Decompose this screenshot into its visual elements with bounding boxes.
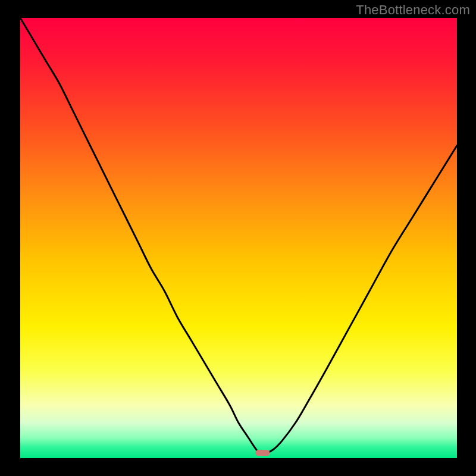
chart-background — [20, 18, 457, 458]
chart-plot-area — [20, 18, 457, 458]
chart-svg — [20, 18, 457, 458]
watermark-text: TheBottleneck.com — [356, 2, 470, 18]
chart-frame: TheBottleneck.com — [0, 0, 476, 476]
optimal-point — [255, 450, 270, 456]
optimal-point-marker — [255, 450, 270, 456]
